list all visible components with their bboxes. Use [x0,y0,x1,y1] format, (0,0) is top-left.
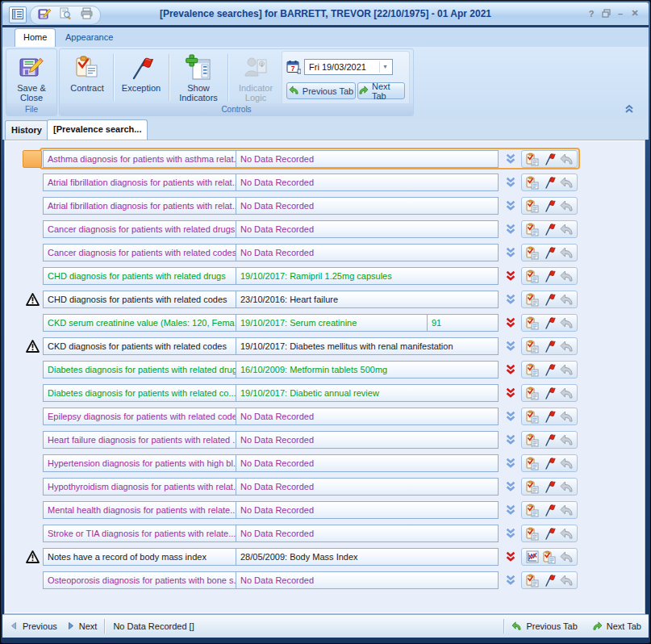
dismiss-icon[interactable] [560,293,574,307]
indicator-name-cell[interactable]: Epilepsy diagnosis for patients with rel… [43,408,236,425]
dismiss-icon[interactable] [560,176,574,190]
exception-flag-icon[interactable] [542,176,557,190]
indicator-details-icon[interactable] [525,316,540,330]
expand-chevron-icon[interactable] [505,341,516,352]
exception-flag-icon[interactable] [542,527,557,541]
indicator-name-cell[interactable]: Mental health diagnosis for patients wit… [43,501,236,519]
indicator-value-cell[interactable]: No Data Recorded [236,197,499,215]
exception-flag-icon[interactable] [542,199,557,213]
indicator-details-icon[interactable] [525,293,540,307]
app-menu-button[interactable] [9,6,27,23]
contract-button[interactable]: Contract [64,53,111,93]
help-button[interactable]: ? [586,7,597,19]
collapse-ribbon-button[interactable] [623,104,636,115]
indicator-value-cell[interactable]: 19/10/2017: Serum creatinine [236,314,428,332]
next-tab-statusbar-button[interactable]: Next Tab [585,615,649,638]
exception-flag-icon[interactable] [542,574,557,588]
indicator-name-cell[interactable]: Atrial fibrillation diagnosis for patien… [43,174,236,191]
indicator-value-cell[interactable]: 16/10/2009: Metformin tablets 500mg [236,361,499,378]
expand-chevron-icon[interactable] [505,411,516,422]
indicator-value-cell[interactable]: 28/05/2009: Body Mass Index [236,548,499,566]
exception-flag-icon[interactable] [542,480,557,494]
expand-chevron-icon[interactable] [505,575,516,586]
indicator-name-cell[interactable]: Hypertension diagnosis for patients with… [43,454,236,472]
exception-flag-icon[interactable] [542,340,557,353]
exception-flag-icon[interactable] [542,433,557,447]
indicator-value-cell[interactable]: 23/10/2016: Heart failure [236,291,499,308]
exception-flag-icon[interactable] [542,246,557,260]
view-chart-icon[interactable] [525,550,540,564]
indicator-value-cell[interactable]: 19/10/2017: Ramipril 1.25mg capsules [236,267,499,285]
ribbon-tab-appearance[interactable]: Appearance [57,29,121,47]
previous-record-button[interactable]: Previous [2,615,65,638]
dismiss-icon[interactable] [560,199,574,213]
exception-flag-icon[interactable] [542,316,557,330]
exception-flag-icon[interactable] [542,153,557,166]
indicator-value-cell[interactable]: No Data Recorded [236,431,499,449]
dismiss-icon[interactable] [560,223,574,236]
exception-flag-icon[interactable] [542,270,557,283]
print-preview-button[interactable] [57,8,73,23]
dismiss-icon[interactable] [560,387,574,400]
expand-chevron-icon[interactable] [505,294,516,305]
dismiss-icon[interactable] [560,457,574,470]
indicator-value-cell[interactable]: No Data Recorded [236,454,499,472]
dismiss-icon[interactable] [560,527,574,541]
exception-flag-icon[interactable] [542,223,557,236]
expand-chevron-icon[interactable] [505,200,516,211]
indicator-details-icon[interactable] [525,574,540,588]
indicator-name-cell[interactable]: Asthma diagnosis for patients with asthm… [43,150,236,168]
indicator-name-cell[interactable]: Cancer diagnosis for patients with relat… [43,244,236,261]
exception-button[interactable]: Exception [116,53,166,93]
indicator-details-icon[interactable] [525,433,540,447]
dismiss-icon[interactable] [560,153,574,166]
expand-chevron-icon[interactable] [505,317,516,328]
dismiss-icon[interactable] [560,363,574,377]
indicator-name-cell[interactable]: Notes have a record of body mass index [43,548,236,566]
dismiss-icon[interactable] [560,340,574,353]
expand-chevron-icon[interactable] [505,270,516,282]
tab-prevalence-search[interactable]: [Prevalence search... [47,119,148,140]
close-button[interactable]: ✕ [629,7,641,19]
indicator-details-icon[interactable] [525,199,540,213]
minimize-button[interactable]: – [615,7,626,19]
dismiss-icon[interactable] [560,550,574,564]
expand-chevron-icon[interactable] [505,153,516,165]
indicator-value-cell[interactable]: 19/10/2017: Diabetes mellitus with renal… [236,337,499,355]
indicator-details-icon[interactable] [525,246,540,260]
show-indicators-button[interactable]: Show Indicators [172,53,225,102]
indicator-details-icon[interactable] [525,504,540,517]
indicator-details-icon[interactable] [525,457,540,470]
save-close-button[interactable]: Save & Close [9,53,54,102]
tab-history[interactable]: History [5,120,48,140]
indicator-name-cell[interactable]: Atrial fibrillation diagnosis for patien… [43,197,236,215]
restore-button[interactable] [600,7,611,19]
indicator-value-cell[interactable]: No Data Recorded [236,244,499,261]
expand-chevron-icon[interactable] [505,177,516,188]
indicator-details-icon[interactable] [525,270,540,283]
expand-chevron-icon[interactable] [505,387,516,399]
indicator-name-cell[interactable]: Hypothyroidism diagnosis for patients wi… [43,478,236,496]
indicator-value-cell[interactable]: No Data Recorded [236,220,499,238]
expand-chevron-icon[interactable] [505,224,516,235]
expand-chevron-icon[interactable] [505,481,516,492]
dismiss-icon[interactable] [560,410,574,424]
indicator-name-cell[interactable]: CHD diagnosis for patients with related … [43,291,236,308]
expand-chevron-icon[interactable] [505,458,516,469]
indicator-value-cell[interactable]: No Data Recorded [236,150,499,168]
dismiss-icon[interactable] [560,574,574,588]
indicator-name-cell[interactable]: CHD diagnosis for patients with related … [43,267,236,285]
ribbon-tab-home[interactable]: Home [15,28,56,47]
indicator-details-icon[interactable] [525,480,540,494]
previous-tab-button[interactable]: Previous Tab [286,82,356,99]
indicator-name-cell[interactable]: CKD diagnosis for patients with related … [43,337,236,355]
indicator-name-cell[interactable]: Stroke or TIA diagnosis for patients wit… [43,525,236,542]
expand-chevron-icon[interactable] [505,551,516,562]
indicator-value-cell[interactable]: No Data Recorded [236,571,499,589]
exception-flag-icon[interactable] [542,457,557,470]
next-tab-button[interactable]: Next Tab [357,82,405,99]
exception-flag-icon[interactable] [542,410,557,424]
save-button[interactable] [36,8,52,23]
indicator-details-icon[interactable] [525,387,540,400]
exception-flag-icon[interactable] [542,293,557,307]
